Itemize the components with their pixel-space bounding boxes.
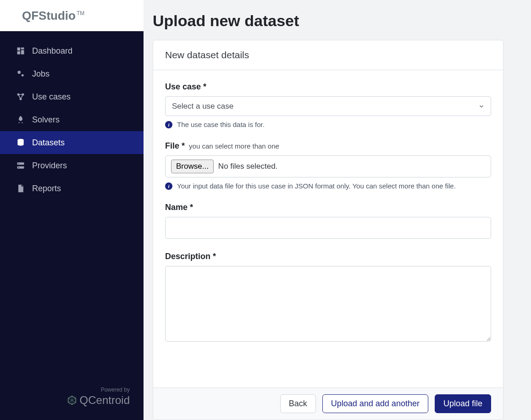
rocket-icon [16, 115, 26, 125]
database-icon [16, 138, 26, 148]
sidebar-item-datasets[interactable]: Datasets [0, 131, 144, 154]
usecase-help: i The use case this data is for. [165, 121, 491, 128]
svg-rect-10 [17, 162, 24, 165]
sidebar-item-label: Use cases [32, 92, 71, 102]
server-icon [16, 160, 26, 171]
sidebar-item-label: Providers [32, 161, 67, 171]
card-header: New dataset details [153, 40, 503, 70]
file-group: File * you can select more than one Brow… [165, 141, 491, 190]
info-icon: i [165, 121, 172, 128]
sidebar-footer: Powered by QCentroid [0, 387, 144, 420]
file-status: No files selected. [218, 162, 277, 171]
description-input[interactable] [165, 266, 491, 342]
sidebar-item-label: Dashboard [32, 46, 72, 56]
sidebar-item-label: Solvers [32, 115, 60, 125]
svg-point-12 [18, 163, 19, 164]
svg-rect-11 [17, 166, 24, 169]
svg-rect-1 [21, 48, 24, 50]
card-footer: Back Upload and add another Upload file [153, 387, 503, 420]
name-input[interactable] [165, 217, 491, 239]
sidebar-header: QFStudioTM [0, 0, 144, 31]
upload-add-another-button[interactable]: Upload and add another [322, 394, 428, 413]
browse-button[interactable]: Browse... [171, 160, 214, 173]
app-name: QFStudio [22, 9, 76, 22]
trademark: TM [77, 10, 84, 17]
page-title: Upload new dataset [153, 12, 503, 30]
svg-rect-2 [21, 50, 24, 54]
main-content: Upload new dataset New dataset details U… [144, 0, 531, 420]
usecase-select[interactable]: Select a use case [165, 96, 491, 116]
sidebar-item-jobs[interactable]: Jobs [0, 62, 144, 85]
app-logo: QFStudioTM [22, 9, 84, 23]
name-group: Name * [165, 203, 491, 239]
svg-point-13 [18, 167, 19, 168]
footer-brand-text: QCentroid [80, 394, 130, 407]
svg-point-4 [17, 71, 21, 74]
svg-point-5 [22, 74, 24, 77]
document-icon [16, 183, 26, 193]
powered-by-label: Powered by [0, 387, 130, 393]
usecase-group: Use case * Select a use case i The use c… [165, 82, 491, 128]
description-group: Description * [165, 252, 491, 343]
footer-brand: QCentroid [67, 394, 130, 407]
back-button[interactable]: Back [280, 394, 316, 413]
svg-rect-3 [17, 51, 21, 55]
description-label: Description * [165, 252, 491, 261]
sidebar-item-providers[interactable]: Providers [0, 154, 144, 177]
upload-file-button[interactable]: Upload file [435, 394, 491, 413]
file-help: i Your input data file for this use case… [165, 182, 491, 190]
sidebar-item-reports[interactable]: Reports [0, 177, 144, 200]
sidebar-item-label: Reports [32, 184, 61, 193]
sidebar-item-solvers[interactable]: Solvers [0, 108, 144, 131]
sidebar-item-label: Jobs [32, 69, 50, 79]
svg-rect-0 [17, 48, 21, 51]
gears-icon [16, 69, 26, 79]
network-icon [16, 92, 26, 102]
sidebar-item-usecases[interactable]: Use cases [0, 85, 144, 108]
dashboard-icon [16, 46, 26, 56]
name-label: Name * [165, 203, 491, 212]
file-input-wrapper[interactable]: Browse... No files selected. [165, 155, 491, 177]
form-card: New dataset details Use case * Select a … [153, 40, 503, 420]
usecase-label: Use case * [165, 82, 491, 92]
file-label: File * you can select more than one [165, 141, 491, 151]
qcentroid-logo-icon [67, 395, 77, 405]
sidebar-nav: Dashboard Jobs Use cases Solvers Dataset… [0, 31, 144, 387]
sidebar-item-dashboard[interactable]: Dashboard [0, 39, 144, 62]
sidebar-item-label: Datasets [32, 138, 65, 148]
card-body: Use case * Select a use case i The use c… [153, 70, 503, 387]
info-icon: i [165, 182, 172, 190]
sidebar: QFStudioTM Dashboard Jobs Use cases S [0, 0, 144, 420]
